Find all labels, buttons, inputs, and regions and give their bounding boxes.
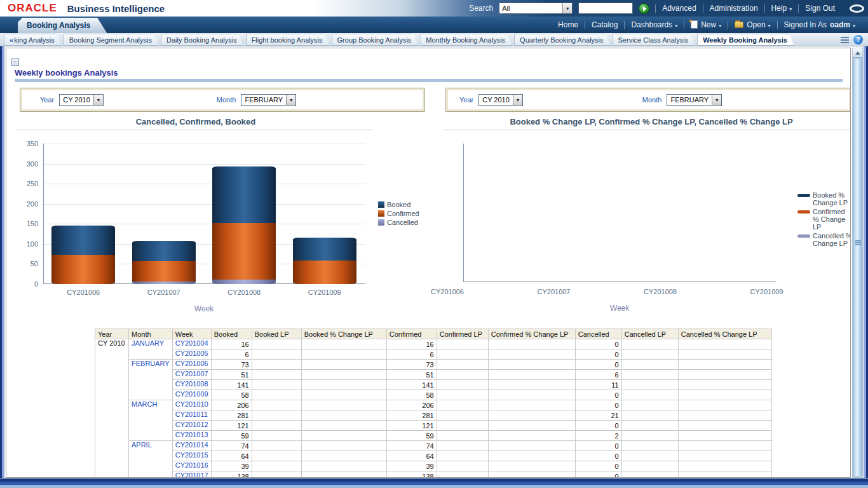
scroll-up-arrow-icon[interactable] <box>853 48 862 58</box>
cell-week-link[interactable]: CY201012 <box>172 421 211 431</box>
cell-week-link[interactable]: CY201013 <box>172 431 211 441</box>
nav-link-open[interactable]: Open <box>728 20 776 29</box>
year-filter-label: Year <box>459 96 473 104</box>
cell-week-link[interactable]: CY201007 <box>172 370 211 380</box>
month-filter-label: Month <box>642 96 662 104</box>
window-edge-bottom <box>0 478 868 488</box>
cell-week-link[interactable]: CY201005 <box>172 349 211 360</box>
cell-week-link[interactable]: CY201006 <box>172 360 211 370</box>
table-row: APRILCY20101474740 <box>95 441 772 451</box>
chevron-down-icon[interactable] <box>513 95 522 105</box>
cell-value: 0 <box>575 390 621 400</box>
legend-item-confirmed: Confirmed <box>378 210 419 217</box>
subtab-service-class-analysis[interactable]: Service Class Analysis <box>613 34 696 46</box>
tab-booking-analysis[interactable]: Booking Analysis <box>18 18 107 33</box>
scroll-left-icon[interactable]: « <box>10 36 13 44</box>
cell-value: 141 <box>386 380 437 390</box>
bar-segment-cancelled-CY201007[interactable] <box>132 281 196 284</box>
cell-month-link[interactable]: MARCH <box>129 400 173 441</box>
bar-segment-booked-CY201008[interactable] <box>212 166 276 223</box>
cell-week-link[interactable]: CY201011 <box>172 410 211 421</box>
page-viewport: − Weekly bookings Analysis Year CY 2010 … <box>0 46 868 488</box>
chevron-down-icon[interactable] <box>562 3 572 13</box>
table-row: CY2010121211210 <box>95 421 772 431</box>
subtab-group-booking-analysis[interactable]: Group Booking Analysis <box>332 34 419 46</box>
table-row: CY20100814114111 <box>95 380 772 390</box>
year-filter-label: Year <box>40 96 54 104</box>
cell-value: 0 <box>575 461 621 471</box>
nav-link-new[interactable]: New <box>684 20 728 29</box>
cell-empty <box>437 431 488 441</box>
scrollbar-thumb[interactable] <box>853 58 862 477</box>
bar-segment-booked-CY201007[interactable] <box>132 241 196 261</box>
year-filter-select[interactable]: CY 2010 <box>59 94 104 106</box>
cell-empty <box>621 421 678 431</box>
x-axis-title: Week <box>463 304 776 313</box>
cell-value: 16 <box>386 339 437 349</box>
cell-week-link[interactable]: CY201017 <box>172 471 211 478</box>
cell-month-link[interactable]: JANUARY <box>129 339 173 360</box>
subtab-weekly-booking-analysis[interactable]: Weekly Booking Analysis <box>697 34 794 46</box>
subtab-king-analysis[interactable]: «king Analysis <box>4 34 62 46</box>
help-icon[interactable]: ? <box>853 35 863 44</box>
cell-week-link[interactable]: CY201009 <box>172 390 211 400</box>
nav-link-signed-in-as[interactable]: Signed In Asoadm <box>778 20 862 29</box>
play-icon <box>643 6 647 11</box>
cell-week-link[interactable]: CY201008 <box>172 380 211 390</box>
bar-segment-booked-CY201006[interactable] <box>51 226 115 255</box>
column-header-confirmed: Confirmed <box>386 329 437 339</box>
x-tick-label: CY201008 <box>638 288 682 295</box>
page-options-icon[interactable] <box>841 36 850 44</box>
search-input[interactable] <box>578 3 633 14</box>
vertical-scrollbar[interactable] <box>852 48 863 478</box>
cell-value: 64 <box>386 451 437 461</box>
subtab-daily-booking-analysis[interactable]: Daily Booking Analysis <box>161 34 244 46</box>
x-tick-label: CY201007 <box>532 288 576 295</box>
nav-link-dashboards[interactable]: Dashboards <box>625 20 684 29</box>
bar-segment-booked-CY201009[interactable] <box>293 238 356 261</box>
month-filter-select[interactable]: FEBRUARY <box>241 94 296 106</box>
bar-segment-confirmed-CY201007[interactable] <box>132 261 196 281</box>
cell-empty <box>488 441 575 451</box>
cell-value: 73 <box>211 360 252 370</box>
legend-line-cancelled <box>797 234 810 238</box>
year-filter-select[interactable]: CY 2010 <box>478 94 523 106</box>
bar-segment-confirmed-CY201006[interactable] <box>51 255 115 284</box>
subtab-flight-booking-analysis[interactable]: Flight booking Analysis <box>246 34 330 46</box>
header-link-help[interactable]: Help <box>765 4 799 13</box>
collapse-section-button[interactable]: − <box>11 58 19 66</box>
header-link-advanced[interactable]: Advanced <box>656 4 702 13</box>
cell-empty <box>488 370 575 380</box>
cell-week-link[interactable]: CY201010 <box>172 400 211 410</box>
cell-month-link[interactable]: APRIL <box>129 441 173 478</box>
pivot-table: YearMonthWeekBookedBooked LPBooked % Cha… <box>95 329 772 478</box>
cell-empty <box>301 349 386 360</box>
cell-empty <box>621 461 678 471</box>
cell-month-link[interactable]: FEBRUARY <box>129 360 173 400</box>
cell-week-link[interactable]: CY201015 <box>172 451 211 461</box>
cell-value: 281 <box>386 410 437 421</box>
bar-segment-confirmed-CY201009[interactable] <box>293 261 356 284</box>
search-scope-select[interactable]: All <box>499 3 573 14</box>
cell-empty <box>301 471 386 478</box>
chevron-down-icon[interactable] <box>93 95 103 105</box>
search-go-button[interactable] <box>639 3 649 14</box>
subtab-booking-segment-analysis[interactable]: Booking Segment Analysis <box>64 34 159 46</box>
cell-week-link[interactable]: CY201014 <box>172 441 211 451</box>
y-axis <box>463 144 464 282</box>
header-link-administration[interactable]: Administration <box>703 4 764 13</box>
chevron-down-icon[interactable] <box>712 95 721 105</box>
column-header-confirmed-change-lp: Confirmed % Change LP <box>488 329 575 339</box>
cell-week-link[interactable]: CY201004 <box>172 339 211 349</box>
month-filter-select[interactable]: FEBRUARY <box>667 94 722 106</box>
subtab-monthly-booking-analysis[interactable]: Monthly Booking Analysis <box>420 34 512 46</box>
bar-segment-confirmed-CY201008[interactable] <box>212 223 276 280</box>
chevron-down-icon[interactable] <box>286 95 295 105</box>
cell-value: 121 <box>211 421 252 431</box>
subtab-quarterly-booking-analysis[interactable]: Quarterly Booking Analysis <box>514 34 610 46</box>
bar-segment-cancelled-CY201008[interactable] <box>212 280 276 284</box>
nav-link-catalog[interactable]: Catalog <box>585 20 624 29</box>
nav-link-home[interactable]: Home <box>552 20 585 29</box>
header-link-sign-out[interactable]: Sign Out <box>799 4 841 13</box>
cell-week-link[interactable]: CY201016 <box>172 461 211 471</box>
